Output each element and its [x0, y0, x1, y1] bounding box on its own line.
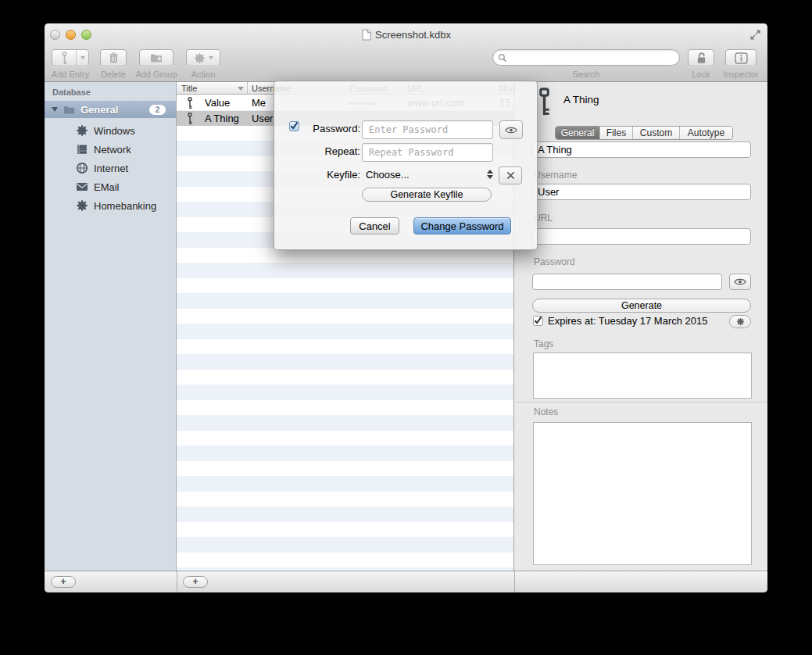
tab-custom[interactable]: Custom — [633, 127, 680, 139]
expires-checkbox[interactable] — [533, 316, 543, 326]
title-field[interactable] — [532, 141, 751, 158]
check-icon — [290, 121, 299, 130]
bottom-bar: + + — [45, 571, 767, 592]
close-button[interactable] — [50, 30, 60, 40]
add-entry-button[interactable] — [52, 49, 89, 66]
expires-row: Expires at: Tuesday 17 March 2015 — [533, 315, 708, 327]
gear-icon — [76, 199, 88, 212]
tags-label: Tags — [534, 338, 553, 349]
add-group-button[interactable] — [139, 49, 173, 66]
inspector-entry-title: A Thing — [563, 94, 599, 106]
eye-icon — [505, 126, 517, 134]
change-password-dialog: Password: Repeat: Keyfile: Choose... Gen… — [274, 81, 538, 250]
notes-label: Notes — [534, 406, 558, 417]
change-password-button[interactable]: Change Password — [413, 217, 511, 234]
lock-button[interactable] — [688, 49, 714, 66]
dialog-show-password-button[interactable] — [499, 120, 523, 139]
inspector-tabs: General Files Custom Autotype — [555, 126, 733, 140]
dialog-keyfile-label: Keyfile: — [302, 169, 360, 181]
zoom-button[interactable] — [81, 30, 91, 40]
generate-password-button[interactable]: Generate — [532, 299, 751, 313]
keyfile-popup-button[interactable]: Choose... — [366, 169, 410, 181]
add-group-plus-button[interactable]: + — [51, 576, 76, 588]
mail-icon — [76, 181, 88, 193]
gear-icon — [76, 124, 88, 137]
minimize-button[interactable] — [66, 30, 76, 40]
sidebar-item-email[interactable]: EMail — [45, 177, 176, 196]
dialog-password-label: Password: — [302, 123, 360, 134]
add-entry-dropdown[interactable] — [77, 50, 88, 66]
tab-files[interactable]: Files — [600, 127, 633, 139]
sidebar-item-internet[interactable]: Internet — [45, 159, 176, 177]
window-chrome: Screenshot.kdbx Add Entry Delete — [45, 23, 767, 82]
delete-label: Delete — [101, 70, 126, 79]
generate-keyfile-button[interactable]: Generate Keyfile — [362, 188, 492, 202]
notes-input[interactable] — [533, 422, 752, 565]
key-icon — [537, 87, 552, 117]
close-icon — [506, 171, 515, 180]
show-password-button[interactable] — [729, 274, 751, 290]
group-label: General — [80, 104, 149, 116]
sidebar-item-windows[interactable]: Windows — [45, 121, 176, 140]
gear-icon — [736, 317, 745, 326]
tags-input[interactable] — [533, 353, 752, 399]
sort-indicator-icon — [238, 87, 244, 91]
add-entry-plus-button[interactable]: + — [183, 576, 208, 588]
key-icon — [186, 113, 194, 125]
window-title-text: Screenshot.kdbx — [375, 29, 451, 41]
info-icon — [735, 52, 748, 64]
search-input[interactable] — [507, 52, 674, 64]
inspector-panel: A Thing General Files Custom Autotype Us… — [515, 82, 767, 571]
sidebar-item-network[interactable]: Network — [45, 140, 176, 159]
dialog-repeat-input[interactable] — [362, 143, 493, 162]
lock-open-icon — [696, 52, 707, 65]
app-window: Screenshot.kdbx Add Entry Delete — [45, 23, 767, 592]
username-label: Username — [534, 170, 577, 181]
lock-label: Lock — [692, 70, 710, 79]
delete-button[interactable] — [100, 49, 127, 66]
cell-title: A Thing — [205, 113, 239, 124]
inspector-label: Inspector — [723, 70, 758, 79]
sidebar-section-header: Database — [52, 88, 91, 97]
action-button[interactable] — [186, 49, 220, 66]
sidebar-item-label: Windows — [94, 125, 135, 137]
fullscreen-icon[interactable] — [749, 29, 761, 41]
password-field[interactable] — [532, 274, 722, 290]
url-field[interactable] — [532, 228, 751, 245]
sidebar: Database General 2 Windows Network Inter… — [45, 82, 177, 571]
dialog-password-input[interactable] — [362, 120, 493, 139]
sidebar-item-label: EMail — [94, 181, 120, 193]
sidebar-group-general[interactable]: General 2 — [45, 101, 176, 118]
sidebar-item-homebanking[interactable]: Homebanking — [45, 196, 176, 215]
stepper-icon[interactable] — [487, 170, 493, 179]
cancel-button[interactable]: Cancel — [350, 217, 399, 234]
column-header-title[interactable]: Title — [181, 84, 197, 93]
password-enabled-checkbox[interactable] — [289, 121, 299, 131]
titlebar[interactable]: Screenshot.kdbx — [45, 23, 767, 47]
cell-title: Value — [205, 97, 230, 109]
globe-icon — [76, 162, 88, 174]
tab-autotype[interactable]: Autotype — [680, 127, 732, 139]
cell-username: User — [252, 113, 273, 124]
group-badge: 2 — [149, 105, 166, 115]
search-field[interactable] — [492, 49, 680, 66]
document-icon — [361, 29, 371, 41]
server-icon — [76, 143, 88, 156]
username-field[interactable] — [532, 184, 751, 200]
key-icon — [61, 52, 68, 65]
gear-icon — [194, 52, 206, 64]
toolbar: Add Entry Delete Add Group Action — [45, 47, 767, 82]
add-entry-label: Add Entry — [52, 70, 89, 79]
search-icon — [498, 53, 507, 63]
clear-keyfile-button[interactable] — [499, 166, 522, 184]
expires-settings-button[interactable] — [729, 315, 751, 328]
tab-general[interactable]: General — [556, 127, 600, 139]
cell-username: Me — [252, 97, 266, 109]
dialog-repeat-label: Repeat: — [302, 145, 360, 157]
divider — [515, 402, 767, 403]
action-label: Action — [191, 70, 216, 79]
disclosure-triangle-icon[interactable] — [52, 107, 58, 112]
sidebar-item-label: Internet — [94, 163, 128, 174]
inspector-button[interactable] — [725, 49, 757, 66]
key-icon — [186, 97, 194, 109]
